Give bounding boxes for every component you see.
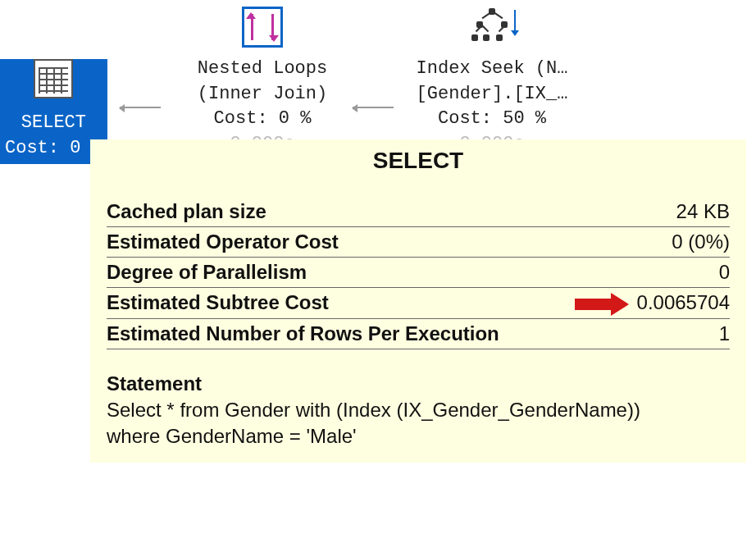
tooltip-key: Cached plan size bbox=[107, 197, 553, 227]
tooltip-key: Estimated Number of Rows Per Execution bbox=[107, 318, 553, 349]
index-seek-icon bbox=[471, 7, 512, 48]
tooltip-row: Degree of Parallelism0 bbox=[107, 258, 730, 288]
tooltip-row: Estimated Operator Cost0 (0%) bbox=[107, 227, 730, 258]
highlight-arrow-icon bbox=[575, 294, 632, 315]
plan-node-nested-loops[interactable]: Nested Loops (Inner Join) Cost: 0 % 0.00… bbox=[156, 7, 369, 157]
nested-loops-icon bbox=[242, 7, 283, 48]
plan-node-index-seek[interactable]: Index Seek (N… [Gender].[IX_… Cost: 50 %… bbox=[385, 7, 599, 157]
node-label: SELECT bbox=[21, 112, 86, 133]
table-icon bbox=[34, 59, 73, 98]
tooltip-value: 0.0065704 bbox=[553, 288, 730, 319]
tooltip-row: Estimated Number of Rows Per Execution1 bbox=[107, 318, 730, 349]
node-sublabel: (Inner Join) bbox=[198, 84, 327, 104]
tooltip-row: Estimated Subtree Cost0.0065704 bbox=[107, 288, 730, 319]
plan-connector bbox=[120, 107, 161, 108]
statement-label: Statement bbox=[107, 372, 730, 395]
tooltip-value: 0 bbox=[553, 258, 730, 288]
tooltip-value: 24 KB bbox=[553, 197, 730, 227]
node-cost: Cost: 0 % bbox=[5, 138, 102, 158]
statement-text: Select * from Gender with (Index (IX_Gen… bbox=[107, 397, 730, 450]
tooltip-value: 1 bbox=[553, 318, 730, 349]
tooltip-key: Estimated Operator Cost bbox=[107, 227, 553, 258]
tooltip-row: Cached plan size24 KB bbox=[107, 197, 730, 227]
node-cost: Cost: 0 % bbox=[214, 108, 312, 129]
node-label: Nested Loops bbox=[198, 58, 327, 79]
node-sublabel: [Gender].[IX_… bbox=[417, 84, 568, 104]
tooltip-properties-table: Cached plan size24 KBEstimated Operator … bbox=[107, 197, 730, 349]
tooltip-key: Estimated Subtree Cost bbox=[107, 288, 553, 319]
node-cost: Cost: 50 % bbox=[438, 108, 546, 129]
operator-tooltip: SELECT Cached plan size24 KBEstimated Op… bbox=[90, 139, 746, 463]
tooltip-value: 0 (0%) bbox=[553, 227, 730, 258]
node-label: Index Seek (N… bbox=[417, 58, 568, 79]
tooltip-title: SELECT bbox=[107, 148, 730, 174]
tooltip-key: Degree of Parallelism bbox=[107, 258, 553, 288]
